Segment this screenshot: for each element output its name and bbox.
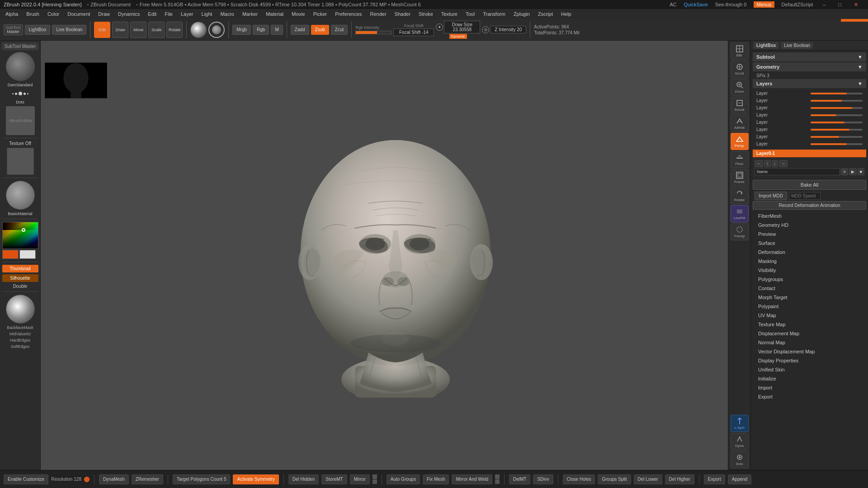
preview-item[interactable]: Preview xyxy=(753,230,866,239)
menu-alpha[interactable]: Alpha xyxy=(2,10,22,18)
menu-material[interactable]: Material xyxy=(262,10,287,18)
layer0-label[interactable]: Layer0-1 xyxy=(753,150,866,157)
canvas-area[interactable] xyxy=(41,41,750,470)
layer-ctrl-4[interactable]: → xyxy=(779,160,788,167)
menu-transform[interactable]: Transform xyxy=(479,10,509,18)
linefill-btn[interactable]: LineFill xyxy=(731,205,749,222)
dot-btn-3[interactable] xyxy=(495,474,500,479)
layer-ctrl-5[interactable]: ≡ xyxy=(841,168,848,175)
contact-item[interactable]: Contact xyxy=(753,284,866,293)
minimize-btn[interactable]: – xyxy=(820,2,828,7)
fg-color-box[interactable] xyxy=(2,250,19,259)
del-mt-btn[interactable]: DelMT xyxy=(509,474,530,484)
material-preview[interactable] xyxy=(6,181,35,210)
move-btn[interactable]: Move xyxy=(130,22,146,38)
color-gradient[interactable] xyxy=(2,222,38,249)
draw-size-icon[interactable]: ● xyxy=(436,23,443,31)
menu-picker[interactable]: Picker xyxy=(310,10,331,18)
menu-layer[interactable]: Layer xyxy=(177,10,197,18)
displacement-map-item[interactable]: Displacement Map xyxy=(753,329,866,338)
menu-preferences[interactable]: Preferences xyxy=(331,10,365,18)
zsub-btn[interactable]: Zsub xyxy=(311,25,329,35)
menu-draw[interactable]: Draw xyxy=(94,10,113,18)
draw-size-value[interactable]: Draw Size 23.30558 xyxy=(444,21,480,33)
masking-item[interactable]: Masking xyxy=(753,257,866,266)
layer-slider-8[interactable] xyxy=(811,143,863,145)
close-holes-btn[interactable]: Close Holes xyxy=(563,474,595,484)
close-btn[interactable]: ✕ xyxy=(851,2,861,8)
z-intensity-icon[interactable]: ◎ xyxy=(482,26,489,33)
layer-ctrl-1[interactable]: ← xyxy=(755,160,763,167)
focal-shift-value[interactable]: Focal Shift -14 xyxy=(393,28,434,36)
menu-texture[interactable]: Texture xyxy=(438,10,461,18)
alpha-preview[interactable]: ~BrushAlpha xyxy=(6,106,35,135)
dynamic-btn[interactable]: Dyna xyxy=(731,433,749,450)
dot-btn-4[interactable] xyxy=(495,479,500,484)
auto-groups-btn[interactable]: Auto Groups xyxy=(387,474,420,484)
zcut-btn[interactable]: Zcut xyxy=(331,25,348,35)
menu-movie[interactable]: Movie xyxy=(288,10,308,18)
bbr-btn[interactable]: BBr xyxy=(731,42,749,60)
vector-displacement-map-item[interactable]: Vector Displacement Map xyxy=(753,347,866,356)
del-lower-btn[interactable]: Del Lower xyxy=(634,474,662,484)
layer-slider-6[interactable] xyxy=(811,129,863,131)
menu-macro[interactable]: Macro xyxy=(217,10,238,18)
import-item[interactable]: Import xyxy=(753,383,866,392)
menu-zscript[interactable]: Zscript xyxy=(534,10,557,18)
store-mt-btn[interactable]: StoreMT xyxy=(321,474,347,484)
live-bool-rp-btn[interactable]: Live Boolean xyxy=(781,42,813,49)
m-btn[interactable]: M xyxy=(271,25,283,35)
rgb-intensity-slider[interactable] xyxy=(355,31,392,34)
dynamic-label[interactable]: Dynamic xyxy=(449,34,467,39)
layers-section-title[interactable]: Layers ▼ xyxy=(753,79,866,88)
layer-name-input[interactable] xyxy=(755,168,840,175)
subtool-section-title[interactable]: Subtool ▼ xyxy=(753,52,866,61)
display-properties-item[interactable]: Display Properties xyxy=(753,356,866,365)
menu-file[interactable]: File xyxy=(161,10,176,18)
mdd-speed-field[interactable] xyxy=(789,192,821,200)
activate-symmetry-btn[interactable]: Activate Symmetry xyxy=(233,474,278,484)
default-script-label[interactable]: DefaultZScript xyxy=(782,2,813,7)
mirror-btn[interactable]: Mirror xyxy=(350,474,370,484)
uv-map-item[interactable]: UV Map xyxy=(753,311,866,320)
menu-document[interactable]: Document xyxy=(64,10,94,18)
sdiv-btn[interactable]: SDivv xyxy=(533,474,553,484)
menu-color[interactable]: Color xyxy=(44,10,63,18)
layer-ctrl-6[interactable]: ▶ xyxy=(849,168,857,175)
rotate-btn[interactable]: Rotate xyxy=(166,22,183,38)
aahat-btn[interactable]: AAHat xyxy=(731,115,749,132)
texture-map-item[interactable]: Texture Map xyxy=(753,320,866,329)
persp-btn[interactable]: Persp xyxy=(731,133,749,150)
layer-ctrl-7[interactable]: ■ xyxy=(858,168,864,175)
menu-brush[interactable]: Brush xyxy=(23,10,43,18)
menu-shader[interactable]: Shader xyxy=(391,10,414,18)
bake-all-btn[interactable]: Bake All xyxy=(753,180,866,190)
stroke-icon[interactable] xyxy=(208,22,225,38)
layer-slider-7[interactable] xyxy=(811,136,863,138)
geometry-section-title[interactable]: Geometry ▼ xyxy=(753,62,866,71)
maximize-btn[interactable]: □ xyxy=(835,2,844,7)
layer-ctrl-2[interactable]: ↑ xyxy=(764,160,771,167)
menu-tool[interactable]: Tool xyxy=(462,10,478,18)
zadd-btn[interactable]: Zadd xyxy=(291,25,309,35)
menus-label[interactable]: Menus xyxy=(754,1,774,8)
unified-skin-item[interactable]: Unified Skin xyxy=(753,365,866,374)
live-boolean-btn[interactable]: Live Boolean xyxy=(52,25,86,35)
menu-render[interactable]: Render xyxy=(367,10,390,18)
menu-dynamics[interactable]: Dynamics xyxy=(114,10,143,18)
menu-edit[interactable]: Edit xyxy=(144,10,160,18)
layer-slider-4[interactable] xyxy=(811,114,863,116)
visibility-item[interactable]: Visibility xyxy=(753,266,866,275)
surface-item[interactable]: Surface xyxy=(753,239,866,248)
resolution-dot[interactable] xyxy=(84,477,90,482)
frame-btn[interactable]: Frame xyxy=(731,169,749,186)
mrgb-btn[interactable]: Mrgb xyxy=(232,25,251,35)
menu-help[interactable]: Help xyxy=(557,10,575,18)
del-higher-btn[interactable]: Del Higher xyxy=(665,474,694,484)
floor-btn[interactable]: Floor xyxy=(731,151,749,168)
quicksave-label[interactable]: QuickSave xyxy=(684,2,708,7)
export-status-btn[interactable]: Export xyxy=(704,474,725,484)
solo-btn[interactable]: Solo xyxy=(731,451,749,468)
polypaint-item[interactable]: Polypaint xyxy=(753,302,866,311)
lsym-btn[interactable]: L.Sym xyxy=(731,415,749,432)
